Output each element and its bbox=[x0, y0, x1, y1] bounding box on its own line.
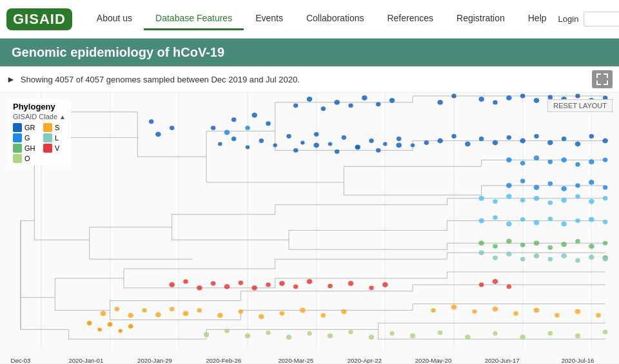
nav-database-features[interactable]: Database Features bbox=[144, 8, 244, 30]
svg-point-210 bbox=[369, 285, 373, 290]
svg-point-141 bbox=[506, 157, 512, 162]
svg-point-127 bbox=[293, 103, 298, 108]
svg-text:Dec-03: Dec-03 bbox=[11, 358, 31, 363]
legend-label-L: L bbox=[55, 134, 59, 142]
svg-point-218 bbox=[142, 308, 146, 312]
svg-point-188 bbox=[231, 117, 236, 122]
svg-point-237 bbox=[575, 309, 581, 314]
svg-point-182 bbox=[548, 245, 553, 250]
svg-point-239 bbox=[478, 250, 484, 255]
svg-point-118 bbox=[493, 140, 498, 145]
svg-point-272 bbox=[286, 134, 291, 139]
logo: GISAID bbox=[6, 8, 72, 30]
svg-point-120 bbox=[520, 139, 526, 144]
header: GISAID About us Database Features Events… bbox=[0, 0, 619, 39]
svg-text:2020-Apr-22: 2020-Apr-22 bbox=[348, 358, 382, 363]
login-button[interactable]: Login bbox=[558, 14, 579, 24]
svg-point-172 bbox=[548, 216, 553, 221]
nav-collaborations[interactable]: Collaborations bbox=[295, 8, 376, 30]
svg-point-222 bbox=[197, 308, 202, 312]
nav-help[interactable]: Help bbox=[516, 8, 558, 30]
visualization-area: Phylogeny GISAID Clade ▲ GR S G bbox=[0, 93, 619, 363]
svg-point-124 bbox=[575, 141, 581, 146]
svg-point-123 bbox=[562, 137, 566, 141]
svg-point-230 bbox=[431, 308, 435, 312]
svg-point-287 bbox=[128, 324, 133, 329]
svg-point-157 bbox=[478, 196, 484, 201]
svg-point-195 bbox=[155, 132, 161, 137]
svg-point-207 bbox=[307, 279, 313, 284]
svg-point-150 bbox=[520, 179, 525, 184]
reset-layout-button[interactable]: RESET LAYOUT bbox=[547, 99, 613, 112]
svg-point-245 bbox=[561, 253, 567, 258]
svg-point-244 bbox=[548, 257, 553, 262]
svg-point-171 bbox=[534, 220, 540, 225]
legend-color-S bbox=[43, 123, 52, 132]
svg-point-161 bbox=[534, 196, 540, 201]
svg-point-215 bbox=[101, 311, 106, 316]
svg-point-191 bbox=[211, 126, 215, 130]
svg-point-263 bbox=[520, 334, 526, 340]
svg-point-270 bbox=[259, 139, 264, 143]
svg-point-224 bbox=[239, 309, 243, 314]
legend-color-GH bbox=[13, 144, 22, 153]
svg-point-198 bbox=[183, 279, 188, 283]
svg-point-233 bbox=[493, 307, 498, 312]
svg-point-142 bbox=[520, 161, 525, 166]
svg-point-192 bbox=[224, 130, 230, 135]
nav-registration[interactable]: Registration bbox=[445, 8, 516, 30]
legend-label-S: S bbox=[55, 124, 59, 131]
svg-point-261 bbox=[465, 334, 471, 340]
legend-title: Phylogeny bbox=[13, 102, 66, 111]
svg-point-234 bbox=[513, 311, 518, 316]
svg-point-146 bbox=[575, 162, 580, 167]
expand-arrow[interactable]: ► bbox=[6, 74, 15, 84]
legend-color-G bbox=[13, 133, 22, 142]
info-text: Showing 4057 of 4057 genomes sampled bet… bbox=[21, 75, 300, 84]
svg-point-177 bbox=[478, 240, 484, 245]
svg-point-275 bbox=[328, 142, 332, 146]
svg-point-231 bbox=[451, 305, 457, 310]
svg-point-175 bbox=[589, 217, 594, 222]
svg-point-145 bbox=[561, 157, 567, 162]
nav-references[interactable]: References bbox=[375, 8, 445, 30]
svg-point-274 bbox=[314, 132, 319, 137]
svg-point-200 bbox=[211, 281, 215, 285]
svg-point-217 bbox=[128, 313, 133, 318]
svg-point-269 bbox=[246, 145, 250, 149]
svg-point-129 bbox=[321, 106, 326, 111]
svg-point-140 bbox=[396, 142, 402, 148]
svg-point-133 bbox=[376, 102, 380, 106]
legend-item-S: S bbox=[43, 123, 66, 132]
svg-point-254 bbox=[307, 331, 311, 336]
svg-point-257 bbox=[369, 334, 375, 340]
nav-about-us[interactable]: About us bbox=[85, 8, 144, 30]
svg-point-103 bbox=[451, 93, 456, 98]
fullscreen-button[interactable] bbox=[592, 70, 613, 88]
svg-point-278 bbox=[369, 139, 373, 143]
svg-point-185 bbox=[589, 244, 594, 249]
svg-point-143 bbox=[534, 155, 540, 160]
svg-point-184 bbox=[575, 239, 580, 244]
svg-point-271 bbox=[273, 143, 277, 147]
svg-point-206 bbox=[293, 284, 298, 289]
nav-events[interactable]: Events bbox=[244, 8, 295, 30]
svg-point-131 bbox=[348, 103, 353, 108]
search-input[interactable] bbox=[587, 15, 619, 24]
legend-label-GH: GH bbox=[25, 144, 35, 152]
legend: Phylogeny GISAID Clade ▲ GR S G bbox=[8, 99, 71, 166]
svg-point-134 bbox=[389, 98, 395, 103]
legend-label-V: V bbox=[55, 144, 59, 152]
svg-point-216 bbox=[115, 307, 119, 311]
svg-point-246 bbox=[575, 258, 580, 263]
header-right: Login 🔍 bbox=[558, 12, 619, 26]
svg-point-169 bbox=[506, 222, 512, 227]
svg-point-186 bbox=[603, 241, 607, 245]
svg-point-160 bbox=[520, 198, 525, 202]
legend-color-L bbox=[43, 133, 52, 142]
svg-point-260 bbox=[438, 330, 442, 335]
legend-item-L: L bbox=[43, 133, 66, 142]
svg-point-282 bbox=[424, 140, 429, 145]
phylogeny-chart: .branch { stroke: #aaa; stroke-width: 0.… bbox=[0, 93, 619, 363]
svg-point-167 bbox=[478, 218, 484, 224]
